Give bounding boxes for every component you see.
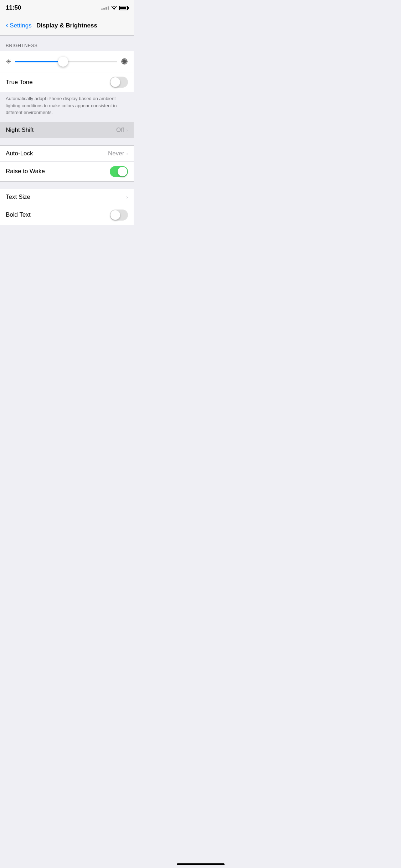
- slider-fill: [15, 61, 63, 62]
- page-title: Display & Brightness: [36, 22, 97, 29]
- battery-icon: [119, 6, 128, 10]
- auto-lock-chevron-icon: ›: [126, 151, 128, 156]
- bold-text-row: Bold Text: [0, 205, 134, 225]
- raise-to-wake-toggle[interactable]: [110, 166, 128, 177]
- auto-lock-label: Auto-Lock: [6, 150, 33, 157]
- svg-point-0: [114, 9, 114, 10]
- section-gap-1: [0, 138, 134, 145]
- night-shift-label: Night Shift: [6, 126, 34, 134]
- brightness-slider[interactable]: [15, 56, 117, 67]
- bottom-padding: [0, 225, 134, 261]
- text-size-chevron-icon: ›: [126, 194, 128, 200]
- section-gap-2: [0, 182, 134, 189]
- true-tone-label: True Tone: [6, 79, 33, 86]
- back-chevron-icon: ‹: [6, 21, 8, 29]
- brightness-section-header: BRIGHTNESS: [0, 43, 134, 51]
- auto-lock-value: Never: [108, 150, 124, 157]
- auto-lock-row[interactable]: Auto-Lock Never ›: [0, 146, 134, 162]
- true-tone-description: Automatically adapt iPhone display based…: [0, 92, 134, 122]
- nav-bar: ‹ Settings Display & Brightness: [0, 16, 134, 36]
- back-label: Settings: [10, 22, 31, 29]
- raise-to-wake-toggle-knob: [118, 167, 127, 176]
- slider-track: [15, 61, 117, 62]
- brightness-card: ☀ ✺ True Tone: [0, 51, 134, 92]
- signal-icon: [101, 6, 109, 10]
- brightness-section: BRIGHTNESS ☀ ✺ True Tone Automatically a…: [0, 36, 134, 138]
- bold-text-toggle[interactable]: [110, 210, 128, 221]
- lock-section-card: Auto-Lock Never › Raise to Wake: [0, 145, 134, 182]
- status-icons: [101, 6, 128, 10]
- auto-lock-right: Never ›: [108, 150, 128, 157]
- brightness-low-icon: ☀: [6, 58, 11, 66]
- status-time: 11:50: [6, 4, 21, 11]
- night-shift-card: Night Shift Off ›: [0, 122, 134, 138]
- raise-to-wake-row: Raise to Wake: [0, 162, 134, 181]
- text-size-right: ›: [126, 194, 128, 200]
- true-tone-toggle[interactable]: [110, 77, 128, 88]
- text-size-row[interactable]: Text Size ›: [0, 189, 134, 205]
- wifi-icon: [111, 6, 117, 10]
- night-shift-row[interactable]: Night Shift Off ›: [0, 122, 134, 138]
- bold-text-label: Bold Text: [6, 211, 31, 218]
- night-shift-right: Off ›: [116, 126, 128, 134]
- text-size-label: Text Size: [6, 193, 30, 201]
- brightness-slider-row: ☀ ✺: [0, 51, 134, 72]
- brightness-high-icon: ✺: [121, 57, 128, 67]
- true-tone-row: True Tone: [0, 72, 134, 92]
- bold-text-toggle-knob: [110, 210, 120, 220]
- slider-thumb[interactable]: [58, 57, 68, 67]
- text-section-card: Text Size › Bold Text: [0, 189, 134, 225]
- toggle-knob: [110, 77, 120, 87]
- back-button[interactable]: ‹ Settings: [6, 22, 32, 29]
- night-shift-chevron-icon: ›: [126, 127, 128, 133]
- night-shift-value: Off: [116, 126, 124, 134]
- status-bar: 11:50: [0, 0, 134, 16]
- raise-to-wake-label: Raise to Wake: [6, 168, 45, 175]
